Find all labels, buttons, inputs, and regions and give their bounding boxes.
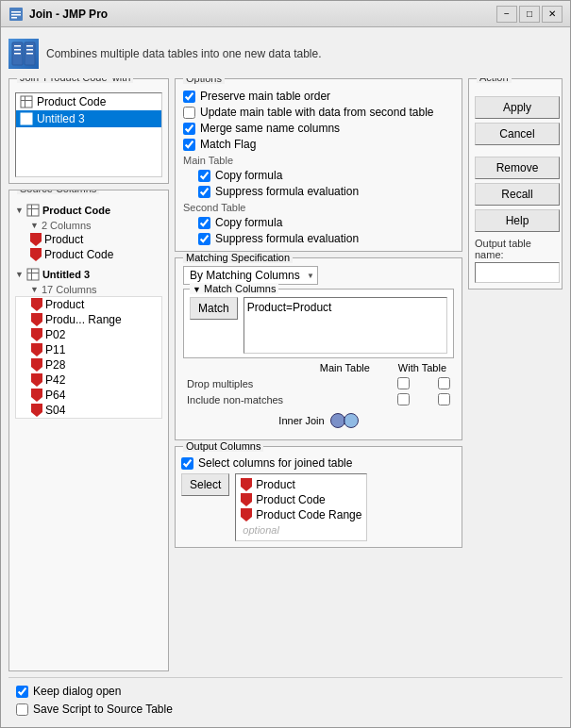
matching-method-select[interactable]: By Matching ColumnsBy Row Number	[183, 266, 318, 285]
join-list[interactable]: Product Code Untitled 3	[15, 92, 162, 177]
svg-rect-12	[21, 96, 32, 108]
save-script-row: Save Script to Source Table	[16, 703, 555, 716]
source-section-product-code: ▼ Product Code ▼ 2 Columns	[15, 202, 162, 262]
match-button[interactable]: Match	[190, 297, 238, 320]
merge-checkbox[interactable]	[183, 123, 195, 135]
table-icon-u3	[26, 268, 40, 281]
join-item-untitled3[interactable]: Untitled 3	[16, 110, 161, 127]
copy-formula-main-row: Copy formula	[198, 169, 454, 182]
matching-method-wrapper[interactable]: By Matching ColumnsBy Row Number	[183, 266, 318, 285]
source-item-u3-6[interactable]: P64	[16, 388, 161, 403]
source-item-u3-0[interactable]: Product	[16, 297, 161, 312]
copy-formula-main-checkbox[interactable]	[198, 170, 210, 182]
description-text: Combines multiple data tables into one n…	[46, 47, 322, 60]
source-item-product-code-1[interactable]: Product Code	[15, 247, 162, 262]
center-panel: Options Preserve main table order Update…	[175, 78, 462, 671]
main-area: Join 'Product Code' with Product Code	[8, 78, 563, 671]
arrow-sub-u3: ▼	[30, 285, 39, 294]
source-name-untitled3: Untitled 3	[42, 269, 90, 280]
match-columns-inner: Match Product=Product	[184, 290, 453, 357]
col-icon-u3-4	[31, 358, 42, 372]
suppress-main-checkbox[interactable]	[198, 186, 210, 198]
source-item-u3-7[interactable]: S04	[16, 403, 161, 418]
source-item-u3-5[interactable]: P42	[16, 372, 161, 388]
action-inner: Apply Cancel Remove Recall Help Output t…	[469, 83, 562, 289]
output-columns-group: Output Columns Select columns for joined…	[175, 446, 462, 548]
svg-rect-15	[21, 113, 32, 124]
svg-marker-36	[241, 508, 252, 521]
match-expr: Product=Product	[247, 301, 332, 314]
suppress-second-checkbox[interactable]	[198, 233, 210, 245]
copy-formula-second-checkbox[interactable]	[198, 217, 210, 229]
source-item-product-1[interactable]: Product	[15, 232, 162, 247]
join-item-product-code[interactable]: Product Code	[16, 93, 161, 110]
select-columns-row: Select columns for joined table	[181, 456, 456, 470]
save-script-checkbox[interactable]	[16, 703, 28, 716]
svg-marker-30	[31, 358, 42, 372]
merge-label: Merge same name columns	[200, 122, 340, 135]
drop-with-checkbox[interactable]	[438, 377, 450, 389]
svg-marker-26	[31, 298, 42, 311]
options-group: Options Preserve main table order Update…	[175, 78, 462, 252]
main-table-label: Main Table	[183, 155, 454, 166]
source-item-u3-1[interactable]: Produ... Range	[16, 312, 161, 327]
drop-main-checkbox[interactable]	[397, 377, 410, 389]
close-button[interactable]: ✕	[542, 6, 563, 23]
option-update-row: Update main table with data from second …	[183, 106, 454, 119]
keep-open-checkbox[interactable]	[16, 686, 28, 698]
with-table-header: With Table	[398, 362, 446, 373]
source-item-u3-4[interactable]: P28	[16, 357, 161, 372]
output-col-icon-0	[241, 478, 252, 491]
optional-label: optional	[239, 522, 363, 538]
preserve-label: Preserve main table order	[200, 90, 330, 103]
preserve-checkbox[interactable]	[183, 91, 195, 103]
source-item-u3-2[interactable]: P02	[16, 327, 161, 342]
col-icon-1	[30, 233, 42, 246]
help-button[interactable]: Help	[475, 209, 560, 232]
include-checkboxes	[397, 393, 450, 405]
option-preserve-row: Preserve main table order	[183, 90, 454, 103]
window: Join - JMP Pro − □ ✕ Combines	[0, 0, 571, 728]
copy-formula-main-label: Copy formula	[215, 169, 282, 182]
recall-button[interactable]: Recall	[475, 183, 560, 206]
source-header-untitled3[interactable]: ▼ Untitled 3	[15, 266, 162, 283]
select-button[interactable]: Select	[181, 473, 229, 496]
keep-open-row: Keep dialog open	[16, 685, 555, 698]
source-col-count-u3: 17 Columns	[42, 284, 97, 295]
source-item-u3-3[interactable]: P11	[16, 342, 161, 357]
source-header-product-code[interactable]: ▼ Product Code	[15, 202, 162, 219]
include-main-checkbox[interactable]	[397, 393, 410, 405]
cancel-button[interactable]: Cancel	[475, 123, 560, 145]
options-checkboxes: Preserve main table order Update main ta…	[183, 90, 454, 245]
svg-rect-2	[11, 14, 21, 16]
include-non-matches-row: Include non-matches	[183, 391, 454, 407]
include-non-matches-label: Include non-matches	[187, 394, 283, 405]
matching-group: Matching Specification By Matching Colum…	[175, 257, 462, 440]
minimize-button[interactable]: −	[496, 6, 517, 23]
venn-diagram	[330, 411, 359, 430]
select-columns-checkbox[interactable]	[181, 457, 193, 470]
remove-button[interactable]: Remove	[475, 157, 560, 179]
update-checkbox[interactable]	[183, 107, 195, 119]
suppress-second-row: Suppress formula evaluation	[198, 232, 454, 245]
svg-rect-7	[26, 45, 33, 47]
output-name-input[interactable]	[475, 262, 560, 283]
keep-open-label: Keep dialog open	[33, 685, 121, 698]
svg-marker-31	[31, 373, 42, 387]
join-item-label-1: Product Code	[37, 95, 106, 108]
suppress-second-label: Suppress formula evaluation	[215, 232, 359, 245]
matchflag-label: Match Flag	[200, 138, 256, 151]
include-with-checkbox[interactable]	[438, 393, 450, 405]
left-panel: Join 'Product Code' with Product Code	[8, 78, 169, 671]
action-group: Action Apply Cancel Remove Recall Help O…	[468, 78, 563, 290]
matchflag-checkbox[interactable]	[183, 139, 195, 151]
description-bar: Combines multiple data tables into one n…	[8, 35, 563, 73]
source-items-list-u3[interactable]: Product Produ... Range P02	[15, 296, 162, 419]
save-script-label: Save Script to Source Table	[33, 703, 173, 716]
maximize-button[interactable]: □	[519, 6, 540, 23]
svg-marker-27	[31, 313, 42, 326]
update-label: Update main table with data from second …	[200, 106, 433, 119]
svg-marker-28	[31, 328, 42, 341]
output-item-1: Product Code	[239, 492, 363, 507]
apply-button[interactable]: Apply	[475, 96, 560, 119]
